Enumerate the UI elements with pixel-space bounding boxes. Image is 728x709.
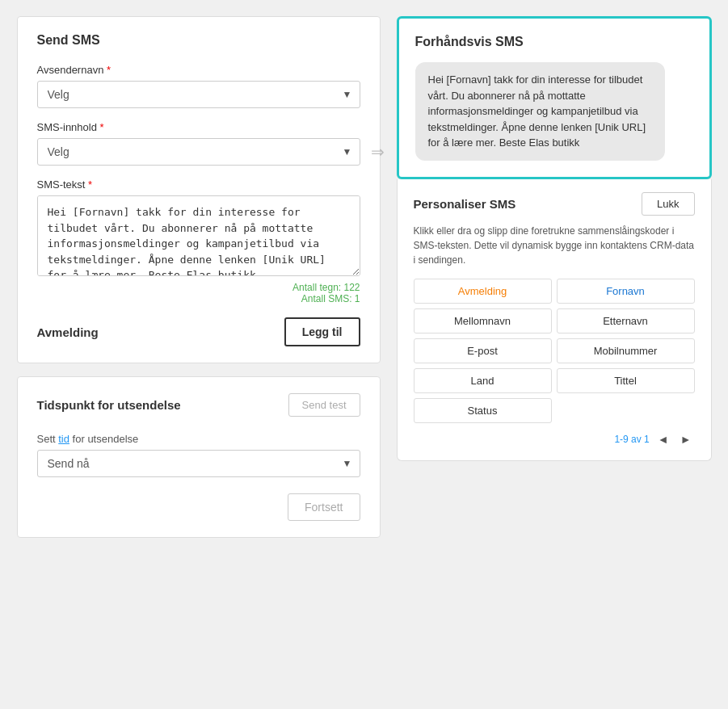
preview-card: Forhåndsvis SMS Hei [Fornavn] takk for d… (397, 16, 712, 179)
sms-bubble: Hei [Fornavn] takk for din interesse for… (415, 62, 666, 161)
sender-select-wrapper: Velg ▼ (37, 81, 360, 108)
lukk-button[interactable]: Lukk (642, 192, 694, 216)
fortsett-button[interactable]: Fortsett (288, 493, 360, 521)
right-arrow-indicator: ⇒ (371, 142, 385, 162)
sender-required: * (107, 64, 111, 76)
merge-code-land[interactable]: Land (414, 368, 552, 393)
next-page-button[interactable]: ► (677, 431, 695, 447)
time-link[interactable]: tid (58, 433, 69, 445)
right-panel: Forhåndsvis SMS Hei [Fornavn] takk for d… (397, 16, 712, 461)
merge-code-tittel[interactable]: Tittel (557, 368, 695, 393)
send-sms-card: Send SMS Avsendernavn * Velg ▼ SMS-innho… (17, 16, 381, 363)
send-time-select-wrapper: Send nå ▼ (37, 450, 360, 477)
char-count: Antall tegn: 122 Antall SMS: 1 (37, 282, 360, 304)
avmelding-label: Avmelding (37, 325, 99, 339)
sms-content-select-wrapper: Velg ▼ ⇒ (37, 138, 360, 166)
sms-text-required: * (88, 178, 92, 191)
sms-content-select[interactable]: Velg (37, 138, 360, 166)
merge-code-status[interactable]: Status (414, 398, 552, 423)
personalize-section: Personaliser SMS Lukk Klikk eller dra og… (397, 179, 712, 461)
merge-code-fornavn[interactable]: Fornavn (557, 279, 695, 304)
page-wrapper: Send SMS Avsendernavn * Velg ▼ SMS-innho… (17, 16, 712, 538)
page-info: 1-9 av 1 (614, 434, 649, 445)
preview-title: Forhåndsvis SMS (415, 35, 693, 49)
merge-code-mobilnummer[interactable]: Mobilnummer (557, 338, 695, 363)
sender-select[interactable]: Velg (37, 81, 360, 108)
sms-content-field-group: SMS-innhold * Velg ▼ ⇒ (37, 121, 360, 166)
sender-label: Avsendernavn * (37, 64, 360, 76)
personalize-desc: Klikk eller dra og slipp dine foretrukne… (414, 224, 695, 267)
prev-page-button[interactable]: ◄ (654, 431, 672, 447)
tidspunkt-card: Tidspunkt for utsendelse Send test Sett … (17, 376, 381, 538)
personalize-title: Personaliser SMS (414, 197, 516, 211)
avmelding-row: Avmelding Legg til (37, 317, 360, 346)
tidspunkt-header: Tidspunkt for utsendelse Send test (37, 393, 360, 417)
pagination-row: 1-9 av 1 ◄ ► (414, 431, 695, 447)
legg-til-button[interactable]: Legg til (284, 317, 360, 346)
merge-code-e-post[interactable]: E-post (414, 338, 552, 363)
send-test-button[interactable]: Send test (288, 393, 360, 417)
merge-code-avmelding[interactable]: Avmelding (414, 279, 552, 304)
sms-text-field-group: SMS-tekst * Hei [Fornavn] takk for din i… (37, 178, 360, 304)
sms-text-textarea[interactable]: Hei [Fornavn] takk for din interesse for… (37, 195, 360, 276)
merge-code-mellomnavn[interactable]: Mellomnavn (414, 308, 552, 334)
personalize-header: Personaliser SMS Lukk (414, 192, 695, 216)
merge-grid: AvmeldingFornavnMellomnavnEtternavnE-pos… (414, 279, 695, 423)
sms-text-label: SMS-tekst * (37, 178, 360, 191)
send-sms-title: Send SMS (37, 33, 360, 48)
tidspunkt-title: Tidspunkt for utsendelse (37, 398, 181, 412)
sms-content-required: * (100, 121, 104, 133)
time-label: Sett tid for utsendelse (37, 433, 360, 445)
left-panel: Send SMS Avsendernavn * Velg ▼ SMS-innho… (17, 16, 381, 538)
merge-code-etternavn[interactable]: Etternavn (557, 308, 695, 334)
sender-field-group: Avsendernavn * Velg ▼ (37, 64, 360, 108)
sms-content-label: SMS-innhold * (37, 121, 360, 133)
send-time-select[interactable]: Send nå (37, 450, 360, 477)
